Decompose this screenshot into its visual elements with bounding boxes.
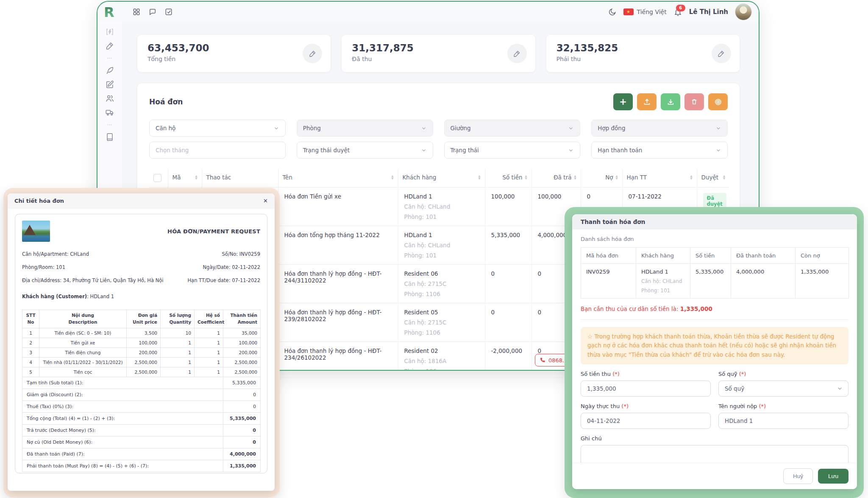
language-switcher[interactable]: ★ Tiếng Việt: [623, 8, 667, 15]
notification-badge: 6: [676, 5, 685, 11]
download-button[interactable]: [661, 93, 680, 110]
cell-so-tien: 5,335,000: [690, 264, 731, 299]
sidebar-more-dots[interactable]: ⋯: [107, 55, 113, 61]
user-name: Lê Thị Lĩnh: [689, 8, 728, 16]
settings-button[interactable]: [708, 93, 728, 110]
sidebar-item-pen[interactable]: [105, 41, 114, 50]
filter-giuong[interactable]: Giường: [444, 120, 581, 137]
col-da-tra[interactable]: Đã trả ▲▼: [531, 169, 581, 187]
filter-label: Trạng thái duyệt: [303, 147, 350, 154]
col-han-tt[interactable]: Hạn TT ▲▼: [622, 169, 697, 187]
customer-sub: Căn hộ: 2715C: [404, 319, 479, 326]
save-button[interactable]: Lưu: [818, 469, 849, 484]
sort-icon: ▲▼: [479, 175, 481, 180]
filter-han-thanh-toan[interactable]: Hạn thanh toán: [591, 142, 728, 159]
sidebar-item-users[interactable]: [105, 94, 114, 103]
filter-trang-thai[interactable]: Trạng thái: [444, 142, 581, 159]
close-icon[interactable]: ✕: [263, 198, 268, 204]
cell-ten[interactable]: Hóa đơn thanh lý hợp đồng - HĐT-234/2610…: [278, 342, 398, 371]
item-row: 2Tiền gửi xe 100,0001 1100,000: [22, 338, 261, 347]
pen-icon[interactable]: [712, 44, 731, 63]
stat-label: Đã thu: [352, 56, 525, 62]
filter-label: Phòng: [303, 125, 321, 131]
svg-text:R: R: [104, 4, 114, 20]
cell-ten[interactable]: Hóa đơn thanh lý hợp đồng - HĐT-244/3110…: [278, 265, 398, 303]
col-ten[interactable]: Tên ▲▼: [278, 169, 398, 187]
col-so-tien[interactable]: Số tiền ▲▼: [485, 169, 531, 187]
col-ma[interactable]: Mã ▲▼: [168, 169, 202, 187]
chevron-down-icon: [421, 147, 427, 153]
total-row: Nợ cũ (Old Debt Money) (6):0: [22, 436, 261, 448]
cell-khach-hang: HDLand 1 Căn hộ: CHLand Phòng: 101: [398, 187, 485, 226]
stat-label: Tổng tiền: [147, 56, 320, 62]
avatar[interactable]: [735, 3, 752, 20]
add-invoice-button[interactable]: +: [613, 93, 633, 110]
sidebar-item-quill[interactable]: [105, 66, 114, 75]
cell-ten[interactable]: Hóa đơn Tiền gửi xe: [278, 187, 398, 226]
fund-select[interactable]: Số quỹ: [718, 380, 849, 397]
sort-icon: ▲▼: [616, 175, 618, 180]
item-row: 1Tiền điện (SC: 0 - SM: 10) 3,50010 135,…: [22, 328, 261, 338]
select-all-header[interactable]: [149, 169, 168, 187]
app-logo[interactable]: R: [97, 4, 122, 20]
cell-khach-hang: HDLand 1 Căn hộ: CHLand Phòng: 101: [636, 264, 690, 299]
sidebar-item-edit[interactable]: [105, 80, 114, 89]
invoice-items-table: STTNo Nội dungDescription Đơn giáUnit pr…: [22, 310, 261, 377]
sidebar-item-truck[interactable]: [105, 108, 114, 117]
customer-sub: Căn hộ: CHLand: [641, 278, 685, 284]
filter-hop-dong[interactable]: Hợp đồng: [591, 120, 728, 137]
stat-card-receivable: 32,135,825 Phải thu: [546, 35, 740, 72]
total-row: Tạm tính (Sub total) (1):5,335,000: [22, 377, 261, 389]
sidebar-item-energy[interactable]: [105, 27, 114, 36]
building-photo: [22, 221, 50, 242]
date-input[interactable]: [581, 413, 711, 429]
customer-name: Resident 05: [404, 309, 479, 316]
col-no[interactable]: Nợ ▲▼: [581, 169, 622, 187]
total-row: Giảm giá (Discount) (2):0: [22, 389, 261, 400]
pen-icon[interactable]: [507, 44, 527, 63]
cell-ten[interactable]: Hóa đơn tổng hợp tháng 11-2022: [278, 226, 398, 265]
cancel-button[interactable]: Huỷ: [783, 468, 813, 484]
chevron-down-icon: [568, 147, 574, 153]
amount-input[interactable]: [581, 380, 711, 397]
stat-value: 31,317,875: [352, 42, 525, 53]
customer-sub: Phòng: 1106: [404, 291, 479, 297]
customer-sub: Phòng: 106: [404, 368, 479, 371]
filter-phong[interactable]: Phòng: [297, 120, 433, 137]
sort-icon: ▲▼: [723, 175, 725, 180]
cell-so-tien: 0: [485, 303, 531, 342]
filter-can-ho[interactable]: Căn hộ: [149, 120, 286, 137]
apps-grid-icon[interactable]: [132, 8, 141, 16]
total-row: Trả trước (Deduct Money) (5):0: [22, 424, 261, 436]
chat-icon[interactable]: [148, 8, 157, 16]
sidebar-more-dots-2[interactable]: ⋯: [107, 122, 113, 128]
upload-button[interactable]: [637, 93, 657, 110]
stat-card-collected: 31,317,875 Đã thu: [342, 35, 535, 72]
filter-chon-thang[interactable]: Chọn tháng: [149, 142, 286, 159]
sidebar-item-book[interactable]: [105, 132, 114, 142]
dark-mode-toggle[interactable]: [608, 8, 617, 16]
trash-icon: [691, 98, 698, 105]
check-square-icon[interactable]: [164, 8, 173, 16]
cell-ten[interactable]: Hóa đơn thanh lý hợp đồng - HĐT-239/2810…: [278, 303, 398, 342]
address-field: Địa chỉ/Address: 34, Phường Tứ Liên, Quậ…: [22, 277, 164, 283]
stat-value: 32,135,825: [556, 42, 729, 53]
filter-trang-thai-duyet[interactable]: Trạng thái duyệt: [297, 142, 433, 159]
payer-input[interactable]: [718, 413, 849, 429]
notifications-button[interactable]: 6: [673, 8, 682, 17]
chevron-down-icon: [715, 147, 721, 153]
cell-so-tien: 100,000: [485, 187, 531, 226]
language-label: Tiếng Việt: [637, 8, 667, 15]
phone-icon: [540, 357, 545, 363]
table-header-row: Mã ▲▼ Thao tác Tên ▲▼ Khách hàng ▲▼ Số t…: [149, 169, 729, 187]
document-title: HÓA ĐƠN/PAYMENT REQUEST: [167, 228, 260, 235]
delete-button[interactable]: [684, 93, 704, 110]
stat-value: 63,453,700: [147, 42, 320, 53]
top-bar: R: [97, 2, 759, 22]
customer-sub: Phòng: 101: [404, 213, 479, 220]
col-khach-hang[interactable]: Khách hàng ▲▼: [398, 169, 485, 187]
col-duyet[interactable]: Duyệt ▲▼: [697, 169, 729, 187]
customer-name: HDLand 1: [404, 232, 479, 238]
pen-icon[interactable]: [303, 44, 322, 63]
select-all-checkbox[interactable]: [153, 174, 161, 182]
